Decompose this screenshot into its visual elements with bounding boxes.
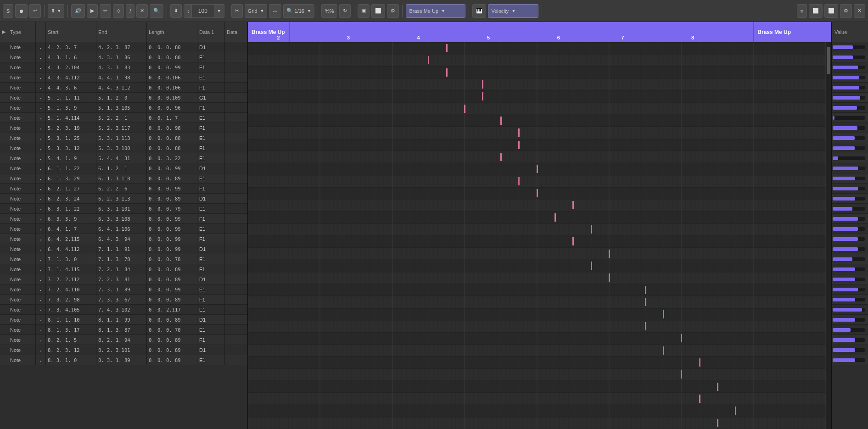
row-data1: G1 xyxy=(197,93,225,102)
zoom-tool-button[interactable]: 🔍 xyxy=(150,4,163,18)
quantize-down-icon: ⬇ xyxy=(174,8,178,14)
value-bars xyxy=(832,42,868,429)
table-row[interactable]: Note ♩ 5. 4. 1. 9 5. 4. 4. 31 0. 0. 3. 2… xyxy=(0,153,247,163)
refresh-button[interactable]: ↻ xyxy=(339,4,351,18)
velocity-dropdown-arrow[interactable]: ▼ xyxy=(217,9,221,13)
table-row[interactable]: Note ♩ 4. 3. 1. 6 4. 3. 1. 86 0. 0. 0. 8… xyxy=(0,52,247,62)
sep3 xyxy=(167,5,167,17)
eraser-icon: ◇ xyxy=(117,8,120,14)
table-row[interactable]: Note ♩ 7. 2. 4.110 7. 3. 1. 89 0. 0. 0. … xyxy=(0,284,247,295)
roll-ruler[interactable]: Brass Me Up 23456789 Brass Me Up xyxy=(248,22,831,42)
line-tool-button[interactable]: / xyxy=(126,4,134,18)
track2-dropdown[interactable]: Velocity ▼ xyxy=(488,4,538,18)
table-row[interactable]: Note ♩ 5. 1. 1. 11 5. 1. 2. 0 0. 0. 0.10… xyxy=(0,93,247,103)
table-row[interactable]: Note ♩ 8. 3. 1. 0 8. 3. 1. 89 0. 0. 0. 8… xyxy=(0,355,247,365)
table-row[interactable]: Note ♩ 6. 4. 1. 7 6. 4. 1.106 0. 0. 0. 9… xyxy=(0,224,247,234)
table-row[interactable]: Note ♩ 6. 2. 1. 27 6. 2. 2. 6 0. 0. 0. 9… xyxy=(0,184,247,194)
col-start-header[interactable]: Start xyxy=(46,22,96,42)
gear-button[interactable]: ⚙ xyxy=(387,4,399,18)
piano-button[interactable]: 🎹 xyxy=(472,4,486,18)
table-row[interactable]: Note ♩ 4. 2. 3. 7 4. 2. 3. 87 0. 0. 0. 8… xyxy=(0,42,247,52)
table-row[interactable]: Note ♩ 4. 3. 2.104 4. 3. 3. 83 0. 0. 0. … xyxy=(0,62,247,72)
table-row[interactable]: Note ♩ 7. 3. 2. 98 7. 3. 3. 67 0. 0. 0. … xyxy=(0,295,247,305)
table-row[interactable]: Note ♩ 7. 1. 3. 0 7. 1. 3. 78 0. 0. 0. 7… xyxy=(0,254,247,264)
table-row[interactable]: Note ♩ 7. 3. 4.105 7. 4. 3.102 0. 0. 2.1… xyxy=(0,305,247,315)
table-row[interactable]: Note ♩ 8. 1. 1. 10 8. 1. 1. 99 0. 0. 0. … xyxy=(0,315,247,325)
resize2-button[interactable]: ⬜ xyxy=(824,4,838,18)
eraser-tool-button[interactable]: ◇ xyxy=(113,4,124,18)
table-row[interactable]: Note ♩ 6. 3. 3. 9 6. 3. 3.108 0. 0. 0. 9… xyxy=(0,214,247,224)
table-row[interactable]: Note ♩ 4. 3. 4.112 4. 4. 1. 98 0. 0. 0.1… xyxy=(0,72,247,83)
percent-button[interactable]: %% xyxy=(321,4,338,18)
row-data1: E1 xyxy=(197,325,225,334)
row-start: 5. 3. 1. 25 xyxy=(46,133,96,143)
table-row[interactable]: Note ♩ 6. 4. 4.112 7. 1. 1. 91 0. 0. 0. … xyxy=(0,244,247,254)
row-length: 0. 0. 0. 89 xyxy=(147,173,197,183)
grid-dropdown[interactable]: Grid ▼ xyxy=(245,4,268,18)
value-bar-fill xyxy=(833,106,857,110)
table-row[interactable]: Note ♩ 6. 3. 1. 22 6. 3. 1.101 0. 0. 0. … xyxy=(0,204,247,214)
table-row[interactable]: Note ♩ 5. 1. 4.114 5. 2. 2. 1 0. 0. 1. 7… xyxy=(0,113,247,123)
view2-button[interactable]: ⬜ xyxy=(371,4,385,18)
row-end: 5. 1. 2. 0 xyxy=(96,93,147,102)
undo-button[interactable]: ↩ xyxy=(29,4,41,18)
row-note-icon: ♩ xyxy=(36,173,46,183)
row-end: 7. 1. 1. 91 xyxy=(96,244,147,254)
table-row[interactable]: Note ♩ 8. 2. 3. 12 8. 2. 3.101 0. 0. 0. … xyxy=(0,345,247,355)
resize1-button[interactable]: ⬜ xyxy=(809,4,823,18)
table-row[interactable]: Note ♩ 6. 2. 3. 24 6. 2. 3.113 0. 0. 0. … xyxy=(0,194,247,204)
row-data2 xyxy=(225,284,247,294)
snap-button[interactable]: ✂ xyxy=(231,4,243,18)
col-data2-header[interactable]: Data xyxy=(225,22,248,42)
minus-button[interactable]: -+ xyxy=(269,4,281,18)
table-row[interactable]: Note ♩ 8. 1. 3. 17 8. 1. 3. 87 0. 0. 0. … xyxy=(0,325,247,335)
row-length: 0. 0. 0. 99 xyxy=(147,224,197,234)
row-length: 0. 0. 0. 79 xyxy=(147,204,197,213)
record-button[interactable]: ⏺ xyxy=(15,4,28,18)
row-start: 7. 3. 4.105 xyxy=(46,305,96,314)
settings-button[interactable]: ⚙ xyxy=(840,4,852,18)
col-data1-header[interactable]: Data 1 xyxy=(197,22,225,42)
table-row[interactable]: Note ♩ 7. 1. 4.115 7. 2. 1. 84 0. 0. 0. … xyxy=(0,264,247,274)
roll-content[interactable] xyxy=(248,42,831,429)
row-arrow xyxy=(0,62,8,72)
col-end-header[interactable]: End xyxy=(96,22,147,42)
table-row[interactable]: Note ♩ 6. 4. 2.115 6. 4. 3. 94 0. 0. 0. … xyxy=(0,234,247,244)
row-start: 6. 1. 3. 29 xyxy=(46,173,96,183)
table-row[interactable]: Note ♩ 5. 1. 3. 9 5. 1. 3.105 0. 0. 0. 9… xyxy=(0,103,247,113)
row-type: Note xyxy=(8,52,36,62)
start-label: Start xyxy=(48,29,58,35)
bars-button[interactable]: ≡ xyxy=(797,4,807,18)
loop-button[interactable]: S xyxy=(3,4,13,18)
close-button[interactable]: ✕ xyxy=(854,4,865,18)
value-bar-row xyxy=(832,62,868,72)
scroll-thumb[interactable] xyxy=(827,47,830,74)
pencil-tool-button[interactable]: ✏ xyxy=(100,4,111,18)
quantize-dropdown[interactable]: 🔍 1/16 ▼ xyxy=(283,4,314,18)
table-row[interactable]: Note ♩ 5. 3. 1. 25 5. 3. 1.113 0. 0. 0. … xyxy=(0,133,247,143)
tool-select-button[interactable]: ⬆ ▼ xyxy=(48,4,64,18)
row-note-icon: ♩ xyxy=(36,254,46,264)
row-type: Note xyxy=(8,83,36,92)
table-row[interactable]: Note ♩ 6. 1. 1. 22 6. 1. 2. 1 0. 0. 0. 9… xyxy=(0,163,247,173)
table-row[interactable]: Note ♩ 5. 3. 3. 12 5. 3. 3.100 0. 0. 0. … xyxy=(0,143,247,153)
row-type: Note xyxy=(8,355,36,365)
speaker-button[interactable]: 🔊 xyxy=(71,4,85,18)
col-length-header[interactable]: Length xyxy=(147,22,197,42)
value-bar-row xyxy=(832,153,868,163)
table-row[interactable]: Note ♩ 6. 1. 3. 29 6. 1. 3.118 0. 0. 0. … xyxy=(0,173,247,184)
table-body: Note ♩ 4. 2. 3. 7 4. 2. 3. 87 0. 0. 0. 8… xyxy=(0,42,247,429)
row-note-icon: ♩ xyxy=(36,93,46,102)
pointer-tool-button[interactable]: ▶ xyxy=(87,4,98,18)
cross-tool-button[interactable]: ✕ xyxy=(136,4,148,18)
view1-button[interactable]: ▣ xyxy=(358,4,370,18)
table-row[interactable]: Note ♩ 8. 2. 1. 5 8. 2. 1. 94 0. 0. 0. 8… xyxy=(0,335,247,345)
track1-dropdown[interactable]: Brass Me Up ▼ xyxy=(406,4,465,18)
table-row[interactable]: Note ♩ 4. 4. 3. 6 4. 4. 3.112 0. 0. 0.10… xyxy=(0,83,247,93)
table-row[interactable]: Note ♩ 7. 2. 2.112 7. 2. 3. 81 0. 0. 0. … xyxy=(0,274,247,284)
quantize-down-button[interactable]: ⬇ xyxy=(170,4,182,18)
table-row[interactable]: Note ♩ 5. 2. 3. 19 5. 2. 3.117 0. 0. 0. … xyxy=(0,123,247,133)
scroll-track[interactable] xyxy=(826,42,831,429)
col-type-header[interactable]: Type xyxy=(8,22,36,42)
velocity-value[interactable]: 100 xyxy=(191,4,214,18)
